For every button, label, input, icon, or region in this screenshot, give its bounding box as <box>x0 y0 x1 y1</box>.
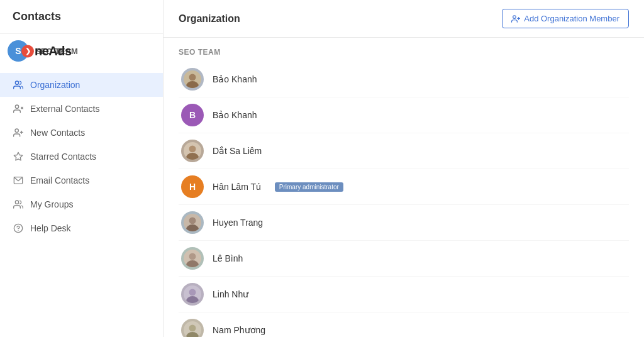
sidebar: Contacts S SEO TEAM ❯ neAds Organization <box>0 0 164 337</box>
avatar <box>181 283 204 306</box>
sidebar-item-starred-contacts[interactable]: Starred Contacts <box>0 145 163 168</box>
sidebar-item-email-contacts[interactable]: Email Contacts <box>0 168 163 192</box>
help-icon <box>13 223 24 234</box>
groups-icon <box>13 199 24 210</box>
main-content: Organization Add Organization Member SEO… <box>164 0 644 337</box>
people-icon <box>13 79 24 91</box>
svg-point-12 <box>513 15 516 18</box>
svg-point-22 <box>189 217 196 224</box>
sidebar-item-label: Starred Contacts <box>30 152 96 162</box>
list-item[interactable]: Bảo Khanh <box>179 62 629 97</box>
svg-point-0 <box>15 81 18 84</box>
svg-point-31 <box>189 324 196 331</box>
main-body: SEO TEAM Bảo Khanh B Bảo Khanh <box>164 38 644 337</box>
avatar: H <box>181 175 204 198</box>
member-name: Dắt Sa Liêm <box>213 146 262 156</box>
new-contact-icon <box>13 127 24 138</box>
sidebar-nav: Organization External Contacts New Conta… <box>0 68 163 337</box>
member-list: Bảo Khanh B Bảo Khanh Dắt Sa Liêm H <box>179 62 629 337</box>
sidebar-item-label: Email Contacts <box>30 175 89 185</box>
email-icon <box>13 175 24 186</box>
svg-point-1 <box>15 105 18 108</box>
member-name: Lê Bình <box>213 253 243 263</box>
list-item[interactable]: H Hân Lâm Tú Primary administrator <box>179 169 629 205</box>
sidebar-title: Contacts <box>13 10 61 23</box>
sidebar-item-label: External Contacts <box>30 104 100 114</box>
main-title: Organization <box>179 13 240 25</box>
external-icon <box>13 103 24 114</box>
add-organization-member-button[interactable]: Add Organization Member <box>502 9 629 28</box>
avatar <box>181 140 204 162</box>
list-item[interactable]: B Bảo Khanh <box>179 97 629 133</box>
brand-name: SEO TEAM <box>35 47 78 56</box>
svg-point-28 <box>189 289 196 296</box>
avatar <box>181 247 204 270</box>
sidebar-item-label: New Contacts <box>30 128 85 138</box>
brand-area: S SEO TEAM ❯ neAds <box>0 34 163 68</box>
sidebar-item-label: Organization <box>30 80 80 90</box>
add-member-icon <box>511 14 520 23</box>
sidebar-item-my-groups[interactable]: My Groups <box>0 192 163 216</box>
avatar <box>181 68 204 91</box>
svg-point-4 <box>15 129 18 132</box>
svg-marker-7 <box>14 152 22 160</box>
list-item[interactable]: Dắt Sa Liêm <box>179 133 629 169</box>
member-name: Linh Như <box>213 289 248 299</box>
sidebar-header: Contacts <box>0 0 163 34</box>
sidebar-item-external-contacts[interactable]: External Contacts <box>0 97 163 121</box>
svg-point-25 <box>189 253 196 260</box>
sidebar-item-organization[interactable]: Organization <box>0 73 163 97</box>
sidebar-item-label: Help Desk <box>30 223 71 233</box>
svg-point-19 <box>189 145 196 152</box>
member-name: Hân Lâm Tú <box>213 182 261 192</box>
main-header: Organization Add Organization Member <box>164 0 644 38</box>
svg-point-16 <box>189 74 196 80</box>
avatar <box>181 319 204 337</box>
svg-point-9 <box>15 201 18 204</box>
section-label: SEO TEAM <box>179 48 629 57</box>
sidebar-item-new-contacts[interactable]: New Contacts <box>0 121 163 145</box>
list-item[interactable]: Nam Phương <box>179 312 629 337</box>
list-item[interactable]: Huyen Trang <box>179 205 629 241</box>
member-name: Nam Phương <box>213 325 265 335</box>
primary-admin-badge: Primary administrator <box>275 182 343 192</box>
list-item[interactable]: Linh Như <box>179 277 629 312</box>
sidebar-item-label: My Groups <box>30 199 73 209</box>
brand-avatar: S <box>8 40 29 62</box>
member-name: Huyen Trang <box>213 218 263 228</box>
member-name: Bảo Khanh <box>213 110 257 120</box>
star-icon <box>13 151 24 162</box>
avatar <box>181 211 204 234</box>
sidebar-item-help-desk[interactable]: Help Desk <box>0 216 163 240</box>
list-item[interactable]: Lê Bình <box>179 241 629 277</box>
avatar: B <box>181 104 204 126</box>
member-name: Bảo Khanh <box>213 74 257 84</box>
